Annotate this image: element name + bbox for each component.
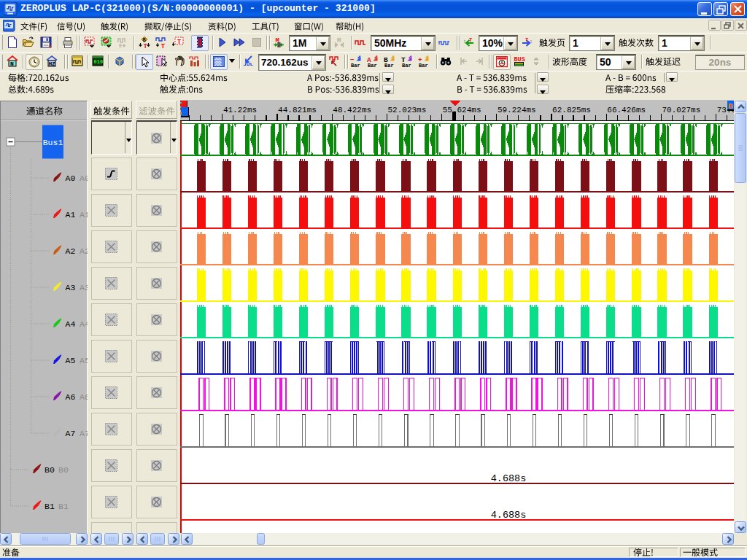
svg-text:B1: B1 bbox=[44, 502, 55, 511]
svg-text:A7: A7 bbox=[66, 429, 76, 438]
svg-text:Bar: Bar bbox=[402, 63, 411, 68]
svg-text:T: T bbox=[469, 37, 472, 43]
svg-text:59.224ms: 59.224ms bbox=[498, 106, 536, 114]
svg-text:B1: B1 bbox=[58, 502, 69, 511]
svg-text:A6: A6 bbox=[66, 392, 76, 402]
svg-text:T: T bbox=[525, 37, 528, 43]
svg-text:A0: A0 bbox=[80, 174, 88, 183]
svg-text:E: E bbox=[119, 43, 122, 48]
svg-text:4.688s: 4.688s bbox=[491, 473, 527, 484]
svg-text:A1: A1 bbox=[66, 210, 76, 219]
svg-text:Bar: Bar bbox=[351, 63, 360, 68]
svg-text:41.22ms: 41.22ms bbox=[223, 106, 257, 114]
svg-text:A3: A3 bbox=[80, 283, 88, 292]
svg-text:A4: A4 bbox=[80, 319, 88, 329]
svg-text:70.027ms: 70.027ms bbox=[662, 106, 701, 114]
svg-text:4.688s: 4.688s bbox=[491, 510, 527, 521]
svg-text:A2: A2 bbox=[80, 246, 88, 256]
svg-text:A6: A6 bbox=[80, 392, 88, 402]
svg-text:T: T bbox=[177, 39, 181, 46]
svg-text:Bar: Bar bbox=[368, 63, 377, 68]
svg-text:52.023ms: 52.023ms bbox=[388, 106, 427, 114]
svg-text:55.624ms: 55.624ms bbox=[443, 106, 481, 114]
svg-text:A2: A2 bbox=[66, 246, 76, 256]
svg-text:B0: B0 bbox=[58, 465, 69, 475]
svg-text:A5: A5 bbox=[66, 356, 76, 365]
svg-text:M: M bbox=[337, 37, 341, 44]
svg-text:Bar: Bar bbox=[419, 63, 428, 68]
svg-text:B: B bbox=[728, 102, 733, 111]
svg-text:48.422ms: 48.422ms bbox=[333, 106, 371, 114]
svg-text:44.821ms: 44.821ms bbox=[278, 106, 317, 114]
svg-text:A0: A0 bbox=[66, 174, 76, 183]
svg-text:010: 010 bbox=[94, 59, 104, 65]
svg-text:T: T bbox=[144, 43, 148, 49]
svg-text:A5: A5 bbox=[80, 356, 88, 365]
svg-text:A1: A1 bbox=[80, 210, 88, 219]
svg-text:A3: A3 bbox=[66, 283, 76, 292]
svg-text:T: T bbox=[161, 42, 166, 48]
svg-text:HZ: HZ bbox=[49, 61, 56, 67]
svg-text:Bar: Bar bbox=[384, 63, 394, 68]
svg-text:66.426ms: 66.426ms bbox=[607, 106, 646, 114]
svg-text:N: N bbox=[10, 61, 14, 67]
svg-text:62.825ms: 62.825ms bbox=[552, 106, 591, 114]
svg-text:A7: A7 bbox=[80, 429, 88, 438]
svg-text:Bus1: Bus1 bbox=[43, 138, 63, 147]
svg-text:A4: A4 bbox=[66, 319, 76, 329]
svg-text:B0: B0 bbox=[44, 465, 55, 475]
